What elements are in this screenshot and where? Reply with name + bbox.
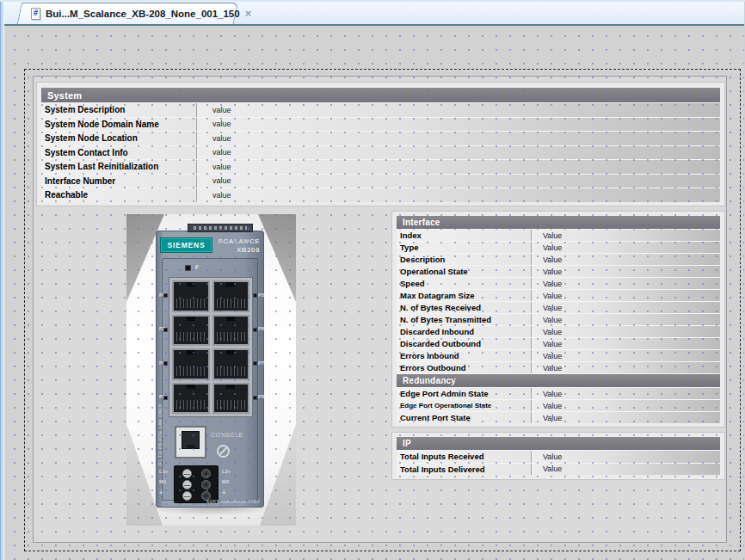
terminal-label-l2: L2+ bbox=[222, 469, 231, 474]
row-value: Value bbox=[532, 464, 720, 476]
rj45-port bbox=[172, 348, 210, 380]
editor-canvas[interactable]: System System DescriptionvalueSystem Nod… bbox=[0, 26, 745, 560]
tab-close-icon[interactable]: × bbox=[245, 8, 252, 19]
row-value: Value bbox=[532, 314, 720, 325]
row-label: N. of Bytes Received bbox=[397, 302, 532, 313]
row-value: Value bbox=[532, 254, 720, 265]
table-row: Errors OutboundValue bbox=[397, 362, 720, 373]
table-row: TypeValue bbox=[397, 242, 720, 253]
terminal-label-l1: L1+ bbox=[159, 469, 169, 474]
window-top-edge bbox=[0, 0, 745, 2]
table-row: Max Datagram SizeValue bbox=[397, 290, 720, 301]
tab-faceplate[interactable]: # Bui...M_Scalance_XB-208_None_001_150 × bbox=[22, 3, 238, 24]
table-row: Total Inputs DeliveredValue bbox=[397, 464, 720, 476]
port-led bbox=[163, 396, 168, 400]
row-value: Value bbox=[532, 242, 720, 253]
faceplate-document-icon: # bbox=[31, 8, 40, 20]
row-label: Reachable bbox=[41, 188, 197, 202]
din-rail-clip bbox=[188, 224, 253, 232]
port-led bbox=[253, 328, 257, 332]
port-led bbox=[253, 396, 257, 400]
row-label: Type bbox=[397, 242, 532, 253]
port-led bbox=[253, 293, 257, 298]
rj45-port-block bbox=[169, 277, 253, 417]
table-row: Errors InboundValue bbox=[397, 350, 720, 361]
row-label: Edge Port Admin State bbox=[397, 388, 532, 399]
terminal-screw bbox=[182, 491, 192, 501]
row-label: Speed bbox=[397, 278, 532, 289]
row-value: Value bbox=[532, 266, 720, 277]
rj45-port bbox=[212, 315, 250, 347]
side-caption: P1 TO P8 POE LAN ONLY bbox=[157, 369, 163, 465]
editor-window: # Bui...M_Scalance_XB-208_None_001_150 ×… bbox=[0, 0, 745, 560]
redundancy-table-header: Redundancy bbox=[397, 374, 720, 387]
system-table: System System DescriptionvalueSystem Nod… bbox=[41, 88, 720, 202]
row-label: Total Inputs Received bbox=[397, 451, 532, 463]
rj45-port bbox=[212, 383, 250, 415]
row-label: Errors Inbound bbox=[397, 350, 532, 361]
row-label: Discarded Outbound bbox=[397, 338, 532, 349]
row-label: Current Port State bbox=[397, 412, 532, 423]
terminal-screw bbox=[201, 469, 211, 478]
window-left-edge bbox=[0, 0, 4, 560]
ip-table-panel[interactable]: IP Total Inputs ReceivedValueTotal Input… bbox=[391, 432, 725, 480]
fault-led bbox=[185, 265, 191, 271]
interface-table-panel[interactable]: Interface IndexValueTypeValueDescription… bbox=[391, 211, 725, 428]
row-value: Value bbox=[532, 412, 720, 423]
row-label: Interface Number bbox=[41, 175, 197, 188]
row-label: Description bbox=[397, 254, 532, 265]
row-value: Value bbox=[532, 338, 720, 349]
system-table-panel[interactable]: System System DescriptionvalueSystem Nod… bbox=[36, 82, 725, 206]
port-led bbox=[163, 328, 168, 332]
terminal-label-m1: M1 bbox=[159, 479, 166, 484]
port-label-p8: P8 bbox=[258, 394, 264, 399]
table-row: System Descriptionvalue bbox=[41, 103, 720, 117]
row-label: N. of Bytes Transmitted bbox=[397, 314, 532, 325]
model-line-2: XB208 bbox=[219, 246, 260, 255]
port-label-p7: P7 bbox=[258, 360, 264, 366]
row-value: Value bbox=[532, 326, 720, 337]
row-label: Index bbox=[397, 230, 532, 241]
table-row: Reachablevalue bbox=[41, 188, 720, 202]
row-label: Operational State bbox=[397, 266, 532, 277]
terminal-screw bbox=[182, 480, 192, 489]
terminal-screw bbox=[201, 480, 211, 489]
table-row: System Contact Infovalue bbox=[41, 146, 720, 160]
terminal-label-gnd-left: ⏚ bbox=[159, 489, 163, 495]
port-label-p6: P6 bbox=[258, 326, 264, 331]
fault-led-label: F bbox=[195, 264, 199, 270]
row-label: System Last Reinitialization bbox=[41, 160, 197, 174]
row-value: value bbox=[197, 118, 720, 132]
part-number: 6GK5 208-0BA00-2TB2 bbox=[206, 499, 260, 504]
rj45-port bbox=[172, 315, 210, 347]
row-value: Value bbox=[532, 290, 720, 301]
table-row: SpeedValue bbox=[397, 278, 720, 289]
table-row: Discarded InboundValue bbox=[397, 326, 720, 337]
ip-table-header: IP bbox=[397, 437, 720, 450]
row-value: Value bbox=[532, 230, 720, 241]
console-label: CONSOLE bbox=[211, 432, 243, 438]
device-photo[interactable]: SIEMENS SCALANCE XB208 F bbox=[126, 214, 296, 526]
table-row: System Node Domain Namevalue bbox=[41, 118, 720, 132]
row-label: Discarded Inbound bbox=[397, 326, 532, 337]
row-value: Value bbox=[532, 302, 720, 313]
interface-table: Interface IndexValueTypeValueDescription… bbox=[397, 216, 720, 423]
terminal-label-gnd-right: ⏚ bbox=[222, 489, 225, 495]
console-jack bbox=[182, 431, 200, 449]
terminal-screw bbox=[182, 469, 192, 478]
port-label-p5: P5 bbox=[258, 292, 264, 298]
ip-table: IP Total Inputs ReceivedValueTotal Input… bbox=[397, 437, 720, 475]
siemens-logo: SIEMENS bbox=[161, 238, 212, 252]
rj45-port bbox=[212, 348, 250, 380]
row-label: Errors Outbound bbox=[397, 362, 532, 373]
table-row: Total Inputs ReceivedValue bbox=[397, 451, 720, 463]
row-value: value bbox=[197, 146, 720, 160]
table-row: N. of Bytes ReceivedValue bbox=[397, 302, 720, 313]
terminal-label-m2: M2 bbox=[222, 479, 229, 484]
table-row: DescriptionValue bbox=[397, 254, 720, 265]
row-value: Value bbox=[532, 400, 720, 411]
table-row: System Node Locationvalue bbox=[41, 132, 720, 145]
no-entry-icon bbox=[217, 445, 230, 458]
row-value: Value bbox=[532, 350, 720, 361]
row-value: Value bbox=[532, 278, 720, 289]
